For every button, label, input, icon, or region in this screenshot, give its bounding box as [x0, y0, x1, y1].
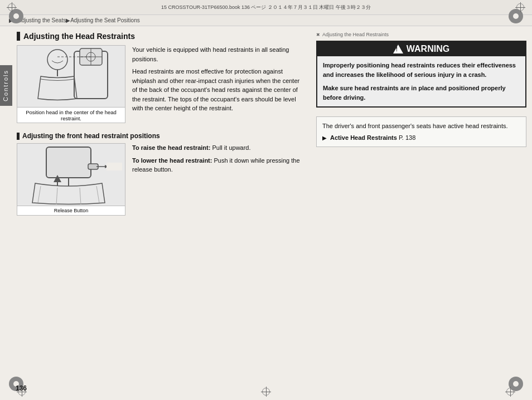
right-breadcrumb: ✖ Adjusting the Head Restraints [316, 32, 526, 37]
top-bar: 15 CROSSTOUR-31TP66500.book 136 ページ ２０１４… [0, 0, 532, 15]
section1-para1: Your vehicle is equipped with head restr… [132, 45, 302, 64]
section-heading-text: Adjusting the Head Restraints [23, 32, 135, 41]
crosshair-bottom-center [261, 387, 271, 397]
section2-raise: To raise the head restraint: Pull it upw… [132, 143, 302, 153]
warning-title: WARNING [407, 44, 449, 54]
file-info: 15 CROSSTOUR-31TP66500.book 136 ページ ２０１４… [21, 4, 511, 11]
right-breadcrumb-text: Adjusting the Head Restraints [322, 32, 389, 37]
section2-content: Release Button To raise the head restrai… [17, 143, 302, 216]
breadcrumb: ▶▶Adjusting the Seats▶Adjusting the Seat… [0, 15, 532, 26]
left-column: Adjusting the Head Restraints [12, 32, 311, 378]
note-link-page: P. 138 [397, 134, 415, 141]
raise-label: To raise the head restraint: [132, 144, 210, 151]
crosshair-top-right [515, 2, 525, 12]
lower-label: To lower the head restraint: [132, 157, 212, 164]
head-restraint-svg [18, 46, 124, 107]
section-heading-adjusting: Adjusting the Head Restraints [17, 32, 302, 41]
warning-para1: Improperly positioning head restraints r… [323, 61, 520, 79]
warning-box: WARNING Improperly positioning head rest… [316, 41, 526, 108]
warning-body: Improperly positioning head restraints r… [317, 56, 525, 106]
head-image-caption: Position head in the center of the head … [17, 107, 125, 123]
note-link: ▶ Active Head Restraints P. 138 [322, 133, 520, 143]
release-button-label: Release Button [17, 206, 125, 215]
warning-header: WARNING [317, 42, 525, 56]
section2-heading-text: Adjusting the front head restraint posit… [22, 132, 160, 140]
heading-bar [17, 32, 20, 41]
section1-text: Your vehicle is equipped with head restr… [132, 45, 302, 116]
head-restraint-image: Position head in the center of the head … [17, 45, 125, 123]
note-link-icon: ▶ [322, 135, 327, 141]
bottom-bar: 136 [0, 383, 532, 400]
warning-triangle-icon [393, 45, 403, 53]
front-restraint-svg [18, 144, 124, 206]
section2-lower: To lower the head restraint: Push it dow… [132, 156, 302, 174]
warning-para2: Make sure head restraints are in place a… [323, 84, 520, 102]
section1-para2: Head restraints are most effective for p… [132, 67, 302, 113]
section2-heading: Adjusting the front head restraint posit… [17, 132, 302, 140]
page: 15 CROSSTOUR-31TP66500.book 136 ページ ２０１４… [0, 0, 532, 400]
note-text: The driver's and front passenger's seats… [322, 121, 520, 131]
right-breadcrumb-icon: ✖ [316, 32, 320, 37]
svg-rect-20 [107, 163, 122, 170]
svg-rect-8 [46, 147, 91, 178]
sub-heading-bar [17, 133, 20, 140]
page-number: 136 [16, 384, 27, 392]
front-restraint-image: Release Button [17, 143, 125, 216]
right-column: ✖ Adjusting the Head Restraints WARNING … [311, 32, 532, 378]
crosshair-bottom-right [505, 387, 515, 397]
section2-text: To raise the head restraint: Pull it upw… [132, 143, 302, 178]
raise-text: Pull it upward. [210, 144, 250, 151]
note-box: The driver's and front passenger's seats… [316, 116, 526, 147]
svg-point-5 [47, 50, 67, 70]
section1-content: Position head in the center of the head … [17, 45, 302, 126]
main-content: Controls Adjusting the Head Restraints [0, 26, 532, 383]
sidebar-label: Controls [0, 65, 12, 106]
crosshair-top-left [7, 2, 17, 12]
active-head-restraints-link: Active Head Restraints [330, 134, 397, 141]
